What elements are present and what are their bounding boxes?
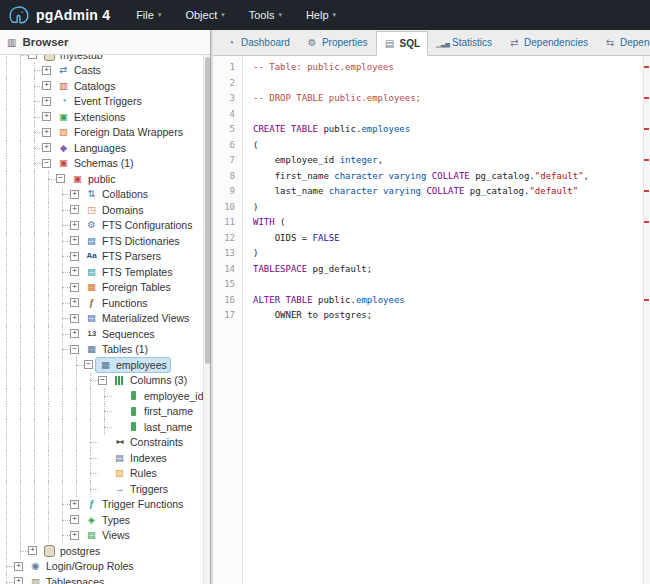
tree-guide (42, 295, 56, 311)
tree-item-foreign-tables[interactable]: +Foreign Tables (0, 280, 202, 296)
tree-item-languages[interactable]: +Languages (0, 140, 202, 156)
tab-dependencies[interactable]: Dependencies (500, 30, 596, 55)
tree-item-rules[interactable]: Rules (0, 466, 202, 482)
tree-item-tablespaces[interactable]: +Tablespaces (0, 574, 202, 584)
line-number: 10 (213, 200, 235, 216)
tree-node: Constraints (109, 434, 187, 450)
tree-guide (14, 419, 28, 435)
tree-item-collations[interactable]: +Collations (0, 187, 202, 203)
expand-toggle-icon[interactable]: + (70, 283, 79, 292)
tree-guide (14, 63, 28, 79)
tab-dashboard[interactable]: Dashboard (217, 30, 298, 55)
tree-guide (0, 326, 14, 342)
tree-item-fts-configurations[interactable]: +FTS Configurations (0, 218, 202, 234)
sql-editor[interactable]: 1234567891011121314151617 -- Table: publ… (213, 56, 650, 584)
expand-toggle-icon[interactable]: + (70, 500, 79, 509)
expand-toggle-icon[interactable]: + (70, 329, 79, 338)
tree-item-trigger-functions[interactable]: +Trigger Functions (0, 497, 202, 513)
expand-toggle-icon[interactable]: + (70, 531, 79, 540)
code-line: ) (253, 200, 650, 216)
tree-guide (0, 78, 14, 94)
tree-item-fts-parsers[interactable]: +FTS Parsers (0, 249, 202, 265)
collapse-toggle-icon[interactable]: − (28, 55, 37, 59)
tree-guide (28, 264, 42, 280)
expand-toggle-icon[interactable]: + (70, 314, 79, 323)
editor-scrollbar[interactable] (643, 56, 650, 584)
tree-guide (42, 342, 56, 358)
expand-toggle-icon[interactable]: + (42, 128, 51, 137)
tree-item-extensions[interactable]: +Extensions (0, 109, 202, 125)
expand-toggle-icon[interactable]: + (14, 577, 23, 584)
tree-item-catalogs[interactable]: +Catalogs (0, 78, 202, 94)
expand-toggle-icon[interactable]: + (42, 112, 51, 121)
tree-item-last-name[interactable]: last_name (0, 419, 202, 435)
tree-item-functions[interactable]: +Functions (0, 295, 202, 311)
collapse-toggle-icon[interactable]: − (70, 345, 79, 354)
collapse-toggle-icon[interactable]: − (84, 360, 93, 369)
collapse-toggle-icon[interactable]: − (98, 376, 107, 385)
tree-item-materialized-views[interactable]: +Materialized Views (0, 311, 202, 327)
tree-item-triggers[interactable]: Triggers (0, 481, 202, 497)
tree-item-employee-id[interactable]: employee_id (0, 388, 202, 404)
token-k: COLLATE (432, 171, 470, 181)
tree-item-login-group-roles[interactable]: +Login/Group Roles (0, 559, 202, 575)
expand-toggle-icon[interactable]: + (70, 221, 79, 230)
expand-toggle-icon[interactable]: + (42, 66, 51, 75)
tree-item-foreign-data-wrappers[interactable]: +Foreign Data Wrappers (0, 125, 202, 141)
tree-item-sequences[interactable]: +Sequences (0, 326, 202, 342)
tab-statistics[interactable]: Statistics (428, 30, 500, 55)
expand-toggle-icon[interactable]: + (70, 267, 79, 276)
tab-dependents[interactable]: Dependents (596, 30, 650, 55)
expand-toggle-icon[interactable]: + (42, 81, 51, 90)
collapse-toggle-icon[interactable]: − (56, 174, 65, 183)
expand-toggle-icon[interactable]: + (42, 97, 51, 106)
tree-item-first-name[interactable]: first_name (0, 404, 202, 420)
tree-item-public[interactable]: −public (0, 171, 202, 187)
tree-guide (42, 171, 56, 187)
expand-toggle-icon[interactable]: + (14, 562, 23, 571)
expand-toggle-icon[interactable]: + (42, 143, 51, 152)
token-p: , (584, 171, 589, 181)
tree-item-constraints[interactable]: Constraints (0, 435, 202, 451)
tree-item-views[interactable]: +Views (0, 528, 202, 544)
scrollbar-annotation-mark (644, 128, 649, 130)
menu-file[interactable]: File▾ (136, 9, 161, 21)
collations-icon (85, 188, 98, 200)
tab-properties[interactable]: Properties (298, 30, 376, 55)
menu-help[interactable]: Help▾ (306, 9, 336, 21)
tree-item-event-triggers[interactable]: +Event Triggers (0, 94, 202, 110)
tree-item-casts[interactable]: +Casts (0, 63, 202, 79)
tree-item-postgres[interactable]: +postgres (0, 543, 202, 559)
sidebar-scrollbar-thumb[interactable] (205, 57, 210, 364)
expand-toggle-icon[interactable]: + (70, 252, 79, 261)
tree-node: FTS Configurations (81, 217, 196, 233)
sidebar-scrollbar[interactable] (203, 55, 210, 584)
expand-toggle-icon[interactable]: + (70, 236, 79, 245)
tree-item-domains[interactable]: +Domains (0, 202, 202, 218)
constraints-icon (113, 436, 126, 448)
tree-item-columns-3[interactable]: −Columns (3) (0, 373, 202, 389)
tree-node: Login/Group Roles (25, 558, 138, 574)
tab-sql[interactable]: SQL (376, 31, 429, 56)
tree-item-indexes[interactable]: Indexes (0, 450, 202, 466)
tree-item-fts-dictionaries[interactable]: +FTS Dictionaries (0, 233, 202, 249)
tree-item-fts-templates[interactable]: +FTS Templates (0, 264, 202, 280)
expand-toggle-icon[interactable]: + (70, 298, 79, 307)
expand-toggle-icon[interactable]: + (70, 205, 79, 214)
menu-tools[interactable]: Tools▾ (249, 9, 282, 21)
sql-code[interactable]: -- Table: public.employees-- DROP TABLE … (243, 56, 650, 584)
tree-item-schemas-1[interactable]: −Schemas (1) (0, 156, 202, 172)
collapse-toggle-icon[interactable]: − (42, 159, 51, 168)
expand-toggle-icon[interactable]: + (70, 515, 79, 524)
expand-toggle-icon[interactable]: + (28, 546, 37, 555)
menu-object[interactable]: Object▾ (185, 9, 224, 21)
tree-item-tables-1[interactable]: −Tables (1) (0, 342, 202, 358)
chevron-down-icon: ▾ (221, 11, 225, 19)
tree-item-employees[interactable]: −employees (0, 357, 202, 373)
token-t: character varying (334, 171, 426, 181)
tree-node: Foreign Data Wrappers (53, 124, 187, 140)
object-tree[interactable]: −mytestdb+Casts+Catalogs+Event Triggers+… (0, 55, 210, 584)
tree-node: Views (81, 527, 134, 543)
expand-toggle-icon[interactable]: + (70, 190, 79, 199)
tree-item-types[interactable]: +Types (0, 512, 202, 528)
